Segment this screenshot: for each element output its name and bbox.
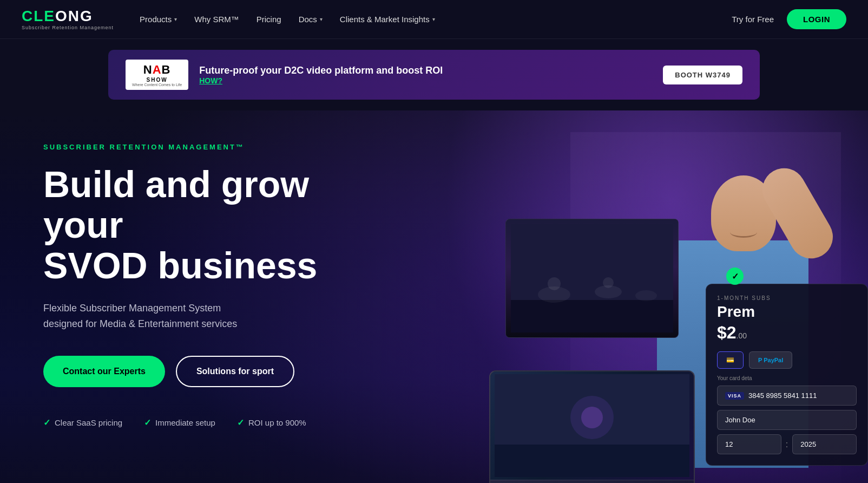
cardholder-name-field[interactable]: John Doe	[717, 410, 857, 430]
pay-paypal-method[interactable]: P PayPal	[749, 351, 792, 369]
hero-image-area: ✓ 1-MONTH SUBS Prem $2.00 💳 P PayPal	[381, 110, 868, 483]
logo-subtitle: Subscriber Retention Management	[22, 25, 114, 30]
nab-sub-text: Where Content Comes to Life	[132, 83, 182, 87]
visa-badge: VISA	[725, 392, 744, 400]
video-screen-inner	[506, 219, 678, 337]
nav-docs-label: Docs	[299, 15, 317, 24]
nab-logo: NAB SHOW Where Content Comes to Life	[126, 60, 188, 90]
check-icon-2: ✓	[144, 417, 151, 428]
svg-rect-1	[511, 300, 673, 332]
expiry-row: 12 : 2025	[717, 434, 857, 454]
logo-green: CLE	[22, 8, 55, 24]
video-screen	[505, 219, 679, 338]
hero-description: Flexible Subscriber Management Systemdes…	[43, 301, 303, 332]
card-number-field[interactable]: VISA 3845 8985 5841 1111	[717, 386, 857, 406]
svg-point-10	[581, 407, 603, 428]
nav-products[interactable]: Products ▾	[140, 15, 177, 24]
logo-text: CLEONG	[22, 9, 114, 24]
hero-title-line1: Build and grow your	[43, 164, 309, 245]
feature-setup-label: Immediate setup	[155, 418, 215, 427]
page-wrapper: CLEONG Subscriber Retention Management P…	[0, 0, 868, 483]
promo-banner: NAB SHOW Where Content Comes to Life Fut…	[108, 50, 760, 100]
laptop	[489, 370, 695, 483]
svg-point-3	[548, 277, 561, 290]
feature-immediate-setup: ✓ Immediate setup	[144, 417, 215, 428]
payment-panel: 1-MONTH SUBS Prem $2.00 💳 P PayPal Your …	[706, 284, 868, 466]
paypal-label: P PayPal	[758, 357, 783, 363]
nav-pricing-label: Pricing	[257, 15, 281, 24]
solutions-sport-button[interactable]: Solutions for sport	[176, 356, 294, 387]
expiry-year-field[interactable]: 2025	[792, 434, 857, 454]
feature-saas-pricing: ✓ Clear SaaS pricing	[43, 417, 122, 428]
payment-plan-name: Prem	[717, 303, 857, 321]
hero-features: ✓ Clear SaaS pricing ✓ Immediate setup ✓…	[43, 417, 336, 428]
logo-white: ONG	[55, 8, 93, 24]
card-icon: 💳	[726, 356, 734, 364]
nav-clients[interactable]: Clients & Market Insights ▾	[340, 15, 435, 24]
nav-right: Try for Free LOGIN	[732, 9, 846, 29]
nav-why-srm-label: Why SRM™	[194, 15, 239, 24]
payment-price: $2.00	[717, 323, 857, 343]
laptop-screen	[490, 371, 694, 480]
navbar: CLEONG Subscriber Retention Management P…	[0, 0, 868, 39]
nav-pricing[interactable]: Pricing	[257, 15, 281, 24]
check-icon-1: ✓	[43, 417, 50, 428]
logo[interactable]: CLEONG Subscriber Retention Management	[22, 9, 114, 30]
booth-button[interactable]: BOOTH W3749	[663, 66, 742, 84]
laptop-base	[490, 480, 694, 483]
nav-links: Products ▾ Why SRM™ Pricing Docs ▾ Clien…	[140, 15, 732, 24]
check-icon-3: ✓	[237, 417, 244, 428]
hero-section: ✓ 1-MONTH SUBS Prem $2.00 💳 P PayPal	[0, 110, 868, 483]
nav-clients-label: Clients & Market Insights	[340, 15, 430, 24]
banner-text: Future-proof your D2C video platform and…	[199, 65, 443, 76]
payment-methods: 💳 P PayPal	[717, 351, 857, 369]
feature-roi: ✓ ROI up to 900%	[237, 417, 306, 428]
card-number-text: 3845 8985 5841 1111	[748, 391, 817, 400]
nav-why-srm[interactable]: Why SRM™	[194, 15, 239, 24]
feature-saas-label: Clear SaaS pricing	[55, 418, 122, 427]
payment-plan-tag: 1-MONTH SUBS	[717, 295, 857, 301]
expiry-separator: :	[786, 434, 788, 454]
nab-show-text: SHOW	[147, 77, 168, 83]
contact-experts-button[interactable]: Contact our Experts	[43, 356, 165, 387]
banner-left: NAB SHOW Where Content Comes to Life Fut…	[126, 60, 443, 90]
nav-docs-chevron: ▾	[320, 16, 323, 22]
nav-clients-chevron: ▾	[432, 16, 435, 22]
nab-logo-main: NAB	[143, 63, 171, 77]
hero-subtitle-tag: SUBSCRIBER RETENTION MANAGEMENT™	[43, 143, 336, 151]
nav-docs[interactable]: Docs ▾	[299, 15, 323, 24]
hero-buttons: Contact our Experts Solutions for sport	[43, 356, 336, 387]
card-detail-label: Your card deta	[717, 375, 857, 381]
person-smile	[730, 227, 757, 238]
feature-roi-label: ROI up to 900%	[248, 418, 306, 427]
hero-title: Build and grow your SVOD business	[43, 164, 336, 285]
banner-wrapper: NAB SHOW Where Content Comes to Life Fut…	[0, 39, 868, 110]
svg-point-5	[603, 277, 614, 288]
banner-link[interactable]: HOW?	[199, 76, 443, 85]
expiry-month-field[interactable]: 12	[717, 434, 781, 454]
nav-products-label: Products	[140, 15, 172, 24]
video-scene	[511, 224, 673, 332]
nav-products-chevron: ▾	[174, 16, 177, 22]
svg-point-6	[635, 290, 657, 301]
laptop-screen-content	[495, 374, 689, 477]
login-button[interactable]: LOGIN	[787, 9, 846, 29]
success-badge: ✓	[726, 267, 744, 285]
banner-content: Future-proof your D2C video platform and…	[199, 65, 443, 85]
hero-content: SUBSCRIBER RETENTION MANAGEMENT™ Build a…	[0, 110, 379, 460]
svg-rect-8	[495, 445, 689, 477]
pay-card-method[interactable]: 💳	[717, 351, 744, 369]
hero-title-line2: SVOD business	[43, 245, 317, 286]
try-free-link[interactable]: Try for Free	[732, 15, 774, 24]
